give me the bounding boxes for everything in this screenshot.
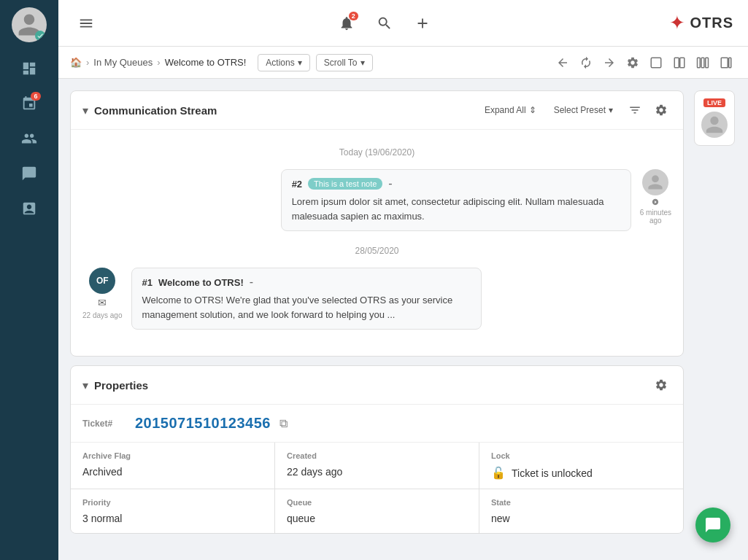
date-divider-old: 28/05/2020	[82, 246, 671, 256]
created-cell: Created 22 days ago	[275, 443, 479, 489]
lock-value: 🔓 Ticket is unlocked	[491, 466, 671, 480]
date-divider-today: Today (19/06/2020)	[82, 147, 671, 158]
svg-rect-3	[698, 58, 701, 68]
app-logo: ✦ OTRS	[669, 12, 733, 34]
add-button[interactable]	[409, 10, 436, 36]
properties-header: ▾ Properties	[71, 366, 683, 405]
svg-rect-5	[706, 58, 709, 68]
main-content: 2 ✦ OTRS 🏠 ›	[58, 0, 748, 560]
props-collapse-toggle[interactable]: ▾	[82, 378, 88, 392]
priority-cell: Priority 3 normal	[71, 489, 274, 533]
layout-split-2[interactable]	[669, 52, 690, 73]
header-center: 2	[333, 10, 436, 36]
top-header: 2 ✦ OTRS	[58, 0, 748, 47]
back-button[interactable]	[552, 52, 573, 73]
main-panel: ▾ Communication Stream Expand All ⇕ Sele…	[70, 90, 684, 548]
comm-collapse-toggle[interactable]: ▾	[82, 104, 88, 117]
copy-button[interactable]: ⧉	[279, 417, 288, 430]
search-button[interactable]	[371, 10, 398, 36]
agent-avatar	[701, 112, 728, 138]
ticket-number-row: Ticket# 2015071510123456 ⧉	[71, 405, 683, 443]
message-1-time: 22 days ago	[82, 311, 123, 319]
actions-dropdown[interactable]: Actions ▾	[258, 54, 309, 71]
header-right: ✦ OTRS	[669, 12, 733, 34]
state-cell: State new	[479, 489, 683, 533]
comm-stream-body: Today (19/06/2020) 6 minutesago	[71, 130, 683, 356]
queue-cell: Queue queue	[275, 489, 479, 533]
archive-flag-label: Archive Flag	[82, 451, 263, 460]
svg-rect-4	[701, 58, 704, 68]
sidebar-item-reports[interactable]	[15, 194, 44, 223]
props-header-right	[651, 375, 671, 395]
created-value: 22 days ago	[287, 466, 467, 478]
archive-flag-cell: Archive Flag Archived	[71, 443, 274, 489]
sidebar-item-tickets[interactable]	[15, 159, 44, 188]
scroll-to-dropdown[interactable]: Scroll To ▾	[316, 54, 373, 71]
processes-badge: 6	[31, 92, 41, 101]
chat-fab-button[interactable]	[695, 508, 730, 542]
svg-rect-0	[651, 58, 661, 68]
content-area: ▾ Communication Stream Expand All ⇕ Sele…	[58, 79, 748, 560]
created-label: Created	[287, 451, 467, 460]
sidebar-item-dashboard[interactable]	[15, 54, 44, 83]
online-indicator	[35, 31, 45, 41]
sidebar-item-processes[interactable]: 6	[15, 89, 44, 118]
message-item-2: 6 minutesago #2 This is a test note - Lo…	[82, 169, 671, 231]
priority-value: 3 normal	[82, 513, 263, 524]
ticket-label: Ticket#	[82, 419, 126, 429]
message-2-text: Lorem ipsum dolor sit amet, consectetur …	[292, 195, 620, 223]
message-1-bubble: #1 Welcome to OTRS! - Welcome to OTRS! W…	[131, 268, 482, 330]
forward-button[interactable]	[599, 52, 620, 73]
svg-rect-2	[680, 58, 685, 68]
breadcrumb-queue[interactable]: In My Queues	[93, 57, 153, 68]
logo-text: OTRS	[690, 15, 733, 31]
message-1-meta: OF ✉ 22 days ago	[82, 268, 123, 330]
message-2-header: #2 This is a test note -	[292, 177, 620, 190]
priority-label: Priority	[82, 498, 263, 507]
queue-label: Queue	[287, 498, 467, 507]
layout-right-panel[interactable]	[716, 52, 736, 73]
message-1-text: Welcome to OTRS! We're glad that you've …	[142, 293, 471, 322]
action-buttons: Actions ▾ Scroll To ▾	[258, 54, 372, 71]
properties-title: Properties	[94, 379, 148, 392]
message-2-avatar	[642, 169, 668, 195]
props-header-left: ▾ Properties	[82, 378, 148, 392]
message-2-meta: 6 minutesago	[640, 169, 671, 231]
layout-split-3[interactable]	[693, 52, 713, 73]
refresh-button[interactable]	[576, 52, 596, 73]
layout-single[interactable]	[646, 52, 666, 73]
comm-stream-header: ▾ Communication Stream Expand All ⇕ Sele…	[71, 91, 683, 130]
message-2-bubble: #2 This is a test note - Lorem ipsum dol…	[281, 169, 631, 231]
sidebar-item-customers[interactable]	[15, 124, 44, 153]
state-label: State	[491, 498, 671, 507]
svg-rect-1	[674, 58, 679, 68]
email-icon: ✉	[98, 297, 107, 308]
lock-cell: Lock 🔓 Ticket is unlocked	[479, 443, 683, 489]
properties-card: ▾ Properties Ticket# 2015071510123456	[70, 365, 684, 534]
side-panel: LIVE	[693, 90, 736, 548]
live-badge: LIVE	[703, 98, 725, 107]
message-2-time: 6 minutesago	[640, 209, 671, 225]
props-settings-icon[interactable]	[651, 375, 671, 395]
message-2-tag: This is a test note	[308, 178, 382, 190]
archive-flag-value: Archived	[82, 466, 263, 478]
message-1-avatar: OF	[89, 268, 115, 294]
lock-label: Lock	[491, 451, 671, 460]
notification-bell[interactable]: 2	[333, 10, 360, 36]
select-preset-button[interactable]: Select Preset ▾	[548, 102, 619, 118]
comm-settings-icon[interactable]	[651, 100, 671, 120]
notification-count: 2	[349, 12, 358, 20]
breadcrumb-bar: 🏠 › In My Queues › Welcome to OTRS! Acti…	[58, 47, 748, 79]
comm-header-left: ▾ Communication Stream	[82, 104, 217, 117]
filter-icon[interactable]	[625, 100, 645, 120]
svg-rect-7	[729, 58, 731, 68]
breadcrumb: 🏠 › In My Queues › Welcome to OTRS!	[70, 57, 246, 68]
expand-all-button[interactable]: Expand All ⇕	[479, 102, 542, 118]
hamburger-menu[interactable]	[73, 10, 99, 36]
layout-controls	[552, 52, 736, 73]
settings-button[interactable]	[622, 52, 643, 73]
header-left	[73, 10, 99, 36]
agent-card: LIVE	[694, 90, 735, 146]
user-avatar[interactable]	[12, 7, 47, 42]
home-icon[interactable]: 🏠	[70, 57, 82, 68]
